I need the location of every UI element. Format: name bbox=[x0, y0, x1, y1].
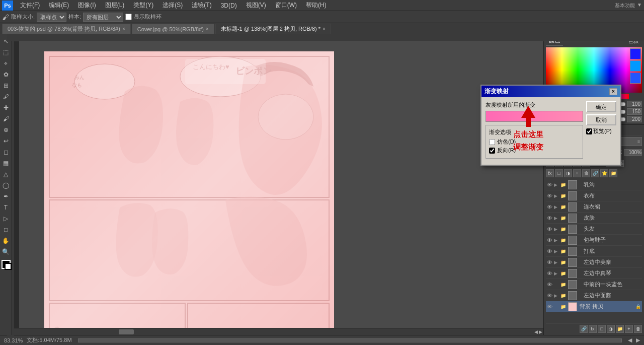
layer-expand-icon[interactable]: ▶ bbox=[554, 271, 559, 276]
layer-item[interactable]: 👁 📁 中前的一块蓝色 bbox=[546, 279, 642, 290]
tab-2-close[interactable]: × bbox=[323, 26, 326, 32]
layer-expand-icon[interactable]: ▶ bbox=[554, 249, 559, 254]
layer-expand-icon[interactable]: ▶ bbox=[554, 216, 559, 221]
dialog-close-button[interactable]: × bbox=[609, 88, 617, 95]
pen-tool[interactable]: ✒ bbox=[1, 191, 11, 201]
layer-visibility[interactable]: 👁 bbox=[547, 215, 552, 221]
menu-type[interactable]: 类型(Y) bbox=[129, 0, 157, 11]
tab-1-close[interactable]: × bbox=[206, 26, 209, 32]
layer-item[interactable]: 👁 ▶ 📁 乳沟 bbox=[546, 179, 642, 190]
h-scroll-thumb[interactable] bbox=[119, 329, 134, 334]
layer-expand-icon[interactable]: ▶ bbox=[554, 204, 559, 210]
layer-item[interactable]: 👁 ▶ 📁 左边中面酱 bbox=[546, 290, 642, 301]
layer-fx-btn[interactable]: fx bbox=[589, 325, 597, 333]
layer-visibility[interactable]: 👁 bbox=[547, 226, 552, 232]
opacity-value[interactable] bbox=[624, 149, 642, 156]
layer-adj-btn[interactable]: ◑ bbox=[607, 325, 615, 333]
dodge-tool[interactable]: ◯ bbox=[1, 180, 11, 190]
clone-tool[interactable]: ⊕ bbox=[1, 125, 11, 135]
layer-delete-btn[interactable]: 🗑 bbox=[634, 325, 642, 333]
marquee-tool[interactable]: ⬚ bbox=[1, 47, 11, 57]
layer-expand-icon[interactable]: ▶ bbox=[554, 182, 559, 187]
add-mask-btn[interactable]: □ bbox=[555, 169, 563, 177]
menu-window[interactable]: 窗口(W) bbox=[271, 0, 301, 11]
menu-edit[interactable]: 编辑(E) bbox=[45, 0, 73, 11]
layer-visibility[interactable]: 👁 bbox=[547, 193, 552, 199]
zoom-tool[interactable]: 🔍 bbox=[1, 247, 11, 257]
color-swatch-3[interactable] bbox=[630, 73, 641, 84]
type-tool[interactable]: T bbox=[1, 202, 11, 213]
gradient-map-dialog[interactable]: 渐变映射 × 灰度映射所用的渐变 渐变选项 仿色(D) bbox=[480, 85, 621, 166]
horizontal-scrollbar[interactable]: ◀ ▶ bbox=[12, 328, 543, 335]
tab-0-close[interactable]: × bbox=[122, 26, 125, 32]
show-sampling-checkbox[interactable] bbox=[125, 14, 132, 20]
scroll-right-btn[interactable]: ▶ bbox=[539, 329, 542, 334]
menu-file[interactable]: 文件(F) bbox=[16, 0, 44, 11]
layer-item[interactable]: 👁 ▶ 📁 头发 bbox=[546, 224, 642, 235]
layer-expand-icon[interactable]: ▶ bbox=[554, 238, 559, 243]
path-select-tool[interactable]: ▷ bbox=[1, 214, 11, 224]
nav-prev[interactable]: ◀ bbox=[628, 337, 632, 343]
layer-expand-icon[interactable]: ▶ bbox=[554, 260, 559, 265]
layer-item[interactable]: 👁 ▶ 📁 衣布 bbox=[546, 190, 642, 201]
layer-folder-btn[interactable]: 📁 bbox=[616, 325, 624, 333]
shape-tool[interactable]: □ bbox=[1, 225, 11, 235]
color-swatch-1[interactable] bbox=[630, 48, 641, 59]
layer-visibility[interactable]: 👁 bbox=[547, 304, 552, 310]
layer-expand-icon[interactable]: ▶ bbox=[554, 293, 559, 298]
b-value[interactable] bbox=[627, 116, 642, 122]
hand-tool[interactable]: ✋ bbox=[1, 236, 11, 246]
layer-visibility[interactable]: 👁 bbox=[547, 270, 552, 277]
preview-checkbox[interactable] bbox=[586, 128, 592, 134]
fx-btn[interactable]: fx bbox=[546, 169, 554, 177]
adjustment-btn[interactable]: ◑ bbox=[564, 169, 572, 177]
layer-visibility[interactable]: 👁 bbox=[547, 259, 552, 265]
tab-0[interactable]: 003-恢复的.psd @ 78.3%(背景 拷贝, RGB/8#) × bbox=[2, 24, 131, 34]
reverse-checkbox[interactable] bbox=[489, 148, 495, 154]
sample-select[interactable]: 所有图层 bbox=[83, 13, 123, 22]
menu-image[interactable]: 图像(I) bbox=[74, 0, 100, 11]
dither-checkbox[interactable] bbox=[489, 139, 495, 145]
gradient-tool[interactable]: ▦ bbox=[1, 158, 11, 168]
menu-layer[interactable]: 图层(L) bbox=[101, 0, 129, 11]
ok-button[interactable]: 确定 bbox=[586, 101, 616, 112]
layer-visibility[interactable]: 👁 bbox=[547, 248, 552, 254]
add-layer-btn[interactable]: + bbox=[573, 169, 581, 177]
canvas-area[interactable]: みん なも ビンポン こんにちわ♥ bbox=[19, 41, 543, 335]
eyedropper-tool[interactable]: 🖋 bbox=[1, 92, 11, 102]
menu-select[interactable]: 选择(S) bbox=[158, 0, 187, 11]
layer-expand-icon[interactable]: ▶ bbox=[554, 227, 559, 232]
crop-tool[interactable]: ⊞ bbox=[1, 81, 11, 91]
layer-mask-btn[interactable]: □ bbox=[598, 325, 606, 333]
cancel-button[interactable]: 取消 bbox=[586, 114, 616, 125]
layer-item[interactable]: 👁 ▶ 📁 左边中真琴 bbox=[546, 268, 642, 279]
history-brush-tool[interactable]: ↩ bbox=[1, 136, 11, 146]
menu-filter[interactable]: 滤镜(T) bbox=[188, 0, 215, 11]
layer-create-btn[interactable]: + bbox=[625, 325, 633, 333]
layer-item[interactable]: 👁 ▶ 📁 包与鞋子 bbox=[546, 235, 642, 246]
menu-help[interactable]: 帮助(H) bbox=[302, 0, 331, 11]
tab-2[interactable]: 未标题-1 @ 138%(图层 2 拷贝, RGB/8) * × bbox=[215, 24, 331, 34]
layer-item[interactable]: 👁 ▶ 📁 连衣裙 bbox=[546, 201, 642, 213]
link-layers-btn[interactable]: 🔗 bbox=[591, 169, 599, 177]
layer-visibility[interactable]: 👁 bbox=[547, 293, 552, 299]
layer-item[interactable]: 👁 ▶ 📁 打底 bbox=[546, 246, 642, 257]
eraser-tool[interactable]: ◻ bbox=[1, 147, 11, 157]
foreground-color[interactable] bbox=[2, 260, 11, 269]
new-group-btn[interactable]: 📁 bbox=[609, 169, 617, 177]
layer-style-btn[interactable]: ⭐ bbox=[600, 169, 608, 177]
nav-next[interactable]: ▶ bbox=[636, 337, 640, 343]
lasso-tool[interactable]: ⌖ bbox=[1, 58, 11, 68]
layer-expand-icon[interactable]: ▶ bbox=[554, 193, 559, 198]
layer-visibility[interactable]: 👁 bbox=[547, 182, 552, 188]
tab-1[interactable]: Cover.jpg @ 50%(RGB/8#) × bbox=[132, 24, 214, 34]
gradient-preview[interactable] bbox=[486, 111, 583, 122]
blur-tool[interactable]: △ bbox=[1, 169, 11, 179]
menu-3d[interactable]: 3D(D) bbox=[217, 1, 241, 10]
menu-view[interactable]: 视图(V) bbox=[242, 0, 270, 11]
quick-select-tool[interactable]: ✿ bbox=[1, 70, 11, 80]
layer-visibility[interactable]: 👁 bbox=[547, 204, 552, 210]
layer-item[interactable]: 👁 ▶ 📁 左边中美奈 bbox=[546, 257, 642, 268]
layer-link-btn[interactable]: 🔗 bbox=[580, 325, 588, 333]
layer-item[interactable]: 👁 ▶ 📁 皮肤 bbox=[546, 213, 642, 224]
